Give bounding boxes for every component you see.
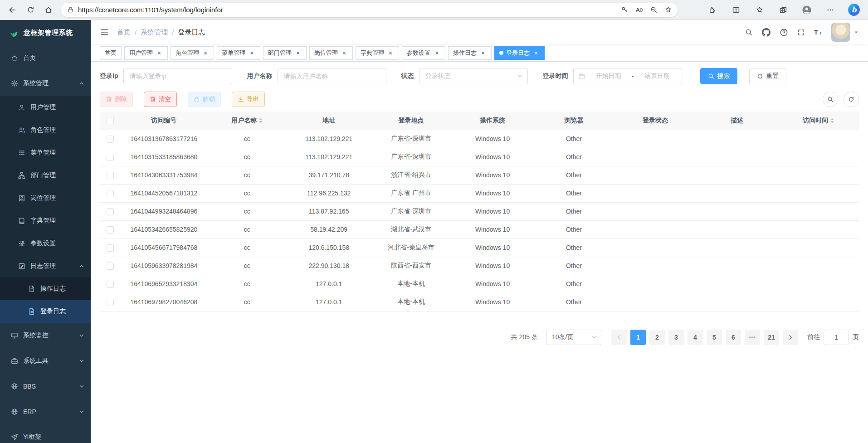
page-size-select[interactable]: 10条/页 (546, 330, 601, 345)
search-icon[interactable] (744, 27, 754, 37)
help-icon[interactable] (779, 27, 789, 38)
page-button-6[interactable]: 6 (726, 330, 741, 345)
delete-button[interactable]: 删除 (100, 92, 133, 107)
split-screen-icon[interactable] (730, 4, 742, 16)
login-time-range-picker[interactable]: 开始日期 - 结束日期 (573, 68, 682, 84)
tab-role-management[interactable]: 角色管理× (171, 46, 214, 60)
sidebar-item-yi-framework[interactable]: Yi框架 (0, 424, 91, 443)
sidebar-item-dept-management[interactable]: 部门管理 (0, 164, 91, 187)
select-all-checkbox[interactable] (107, 117, 114, 124)
tab-post-management[interactable]: 岗位管理× (309, 46, 353, 60)
breadcrumb-item[interactable]: 系统管理 (141, 28, 168, 37)
unlock-button[interactable]: 解锁 (188, 92, 221, 107)
favorites-add-icon[interactable] (661, 3, 675, 17)
page-button-5[interactable]: 5 (707, 330, 722, 345)
page-button-4[interactable]: 4 (688, 330, 703, 345)
sort-caret-icon[interactable] (830, 118, 834, 123)
app-logo[interactable]: 意框架管理系统 (0, 20, 91, 45)
sidebar-item-system-monitor[interactable]: 系统监控 (0, 323, 91, 348)
row-checkbox[interactable] (107, 281, 114, 288)
sidebar-item-dict-management[interactable]: 字典管理 (0, 209, 91, 232)
hamburger-icon[interactable] (100, 28, 109, 37)
bing-chat-icon[interactable]: b (848, 4, 860, 16)
sidebar-item-bbs[interactable]: BBS (0, 374, 91, 399)
sidebar-item-post-management[interactable]: 岗位管理 (0, 187, 91, 209)
row-checkbox[interactable] (107, 172, 114, 179)
more-icon[interactable] (824, 4, 836, 16)
column-header-time[interactable]: 访问时间 (778, 112, 859, 130)
tab-login-log[interactable]: 登录日志× (494, 46, 545, 60)
tab-close-icon[interactable]: × (248, 49, 255, 57)
tab-close-icon[interactable]: × (156, 49, 163, 57)
fullscreen-icon[interactable] (796, 28, 806, 37)
page-button-3[interactable]: 3 (668, 330, 684, 345)
tab-dict-management[interactable]: 字典管理× (356, 46, 399, 60)
zoom-icon[interactable] (647, 3, 660, 17)
sidebar-item-role-management[interactable]: 角色管理 (0, 119, 91, 141)
user-name-input[interactable] (278, 68, 386, 84)
tab-operation-log[interactable]: 操作日志× (448, 46, 492, 60)
sidebar-item-operation-log[interactable]: 操作日志 (0, 277, 91, 300)
pager-more-button[interactable]: ••• (745, 330, 760, 345)
row-checkbox[interactable] (107, 299, 114, 306)
sidebar-item-login-log[interactable]: 登录日志 (0, 300, 91, 323)
font-size-icon[interactable]: TT (813, 27, 824, 37)
tab-close-icon[interactable]: × (294, 49, 302, 57)
row-checkbox[interactable] (107, 263, 114, 270)
tab-close-icon[interactable]: × (387, 49, 394, 57)
home-icon[interactable] (41, 2, 56, 18)
login-ip-input[interactable] (123, 68, 232, 84)
row-checkbox[interactable] (107, 190, 114, 197)
column-header-user[interactable]: 用户名称 (207, 112, 287, 130)
favorites-icon[interactable] (754, 4, 766, 16)
sidebar-item-user-management[interactable]: 用户管理 (0, 96, 91, 119)
prev-page-button[interactable] (611, 330, 627, 345)
export-button[interactable]: 导出 (232, 92, 265, 107)
read-aloud-icon[interactable] (632, 3, 646, 17)
tab-close-icon[interactable]: × (202, 49, 209, 57)
sidebar-item-home[interactable]: 首页 (0, 45, 91, 71)
goto-page-input[interactable] (824, 330, 849, 345)
next-page-button[interactable] (783, 330, 798, 345)
row-checkbox[interactable] (107, 226, 114, 234)
row-checkbox[interactable] (107, 154, 114, 161)
tab-close-icon[interactable]: × (479, 49, 487, 57)
page-button-21[interactable]: 21 (764, 330, 779, 345)
user-avatar[interactable] (831, 23, 859, 42)
row-checkbox[interactable] (107, 136, 114, 143)
tab-dept-management[interactable]: 部门管理× (263, 46, 307, 60)
search-button[interactable]: 搜索 (700, 68, 737, 84)
sidebar-item-system-tools[interactable]: 系统工具 (0, 348, 91, 374)
breadcrumb-item[interactable]: 首页 (117, 28, 131, 37)
collections-icon[interactable] (777, 4, 789, 16)
tab-menu-management[interactable]: 菜单管理× (217, 46, 260, 60)
page-button-2[interactable]: 2 (649, 330, 665, 345)
tab-close-icon[interactable]: × (433, 49, 440, 57)
row-checkbox[interactable] (107, 244, 114, 252)
tab-close-icon[interactable]: × (532, 49, 540, 57)
sidebar-item-erp[interactable]: ERP (0, 399, 91, 424)
toggle-search-button[interactable] (823, 92, 838, 107)
tab-user-management[interactable]: 用户管理× (124, 46, 168, 60)
tab-param-settings[interactable]: 参数设置× (402, 46, 445, 60)
refresh-icon[interactable] (23, 2, 38, 18)
github-icon[interactable] (761, 27, 771, 38)
status-select[interactable]: 登录状态 (419, 68, 528, 84)
page-button-1[interactable]: 1 (630, 330, 646, 345)
sidebar-item-system-management[interactable]: 系统管理 (0, 71, 91, 96)
sidebar-item-param-settings[interactable]: 参数设置 (0, 232, 91, 255)
sort-caret-icon[interactable] (259, 118, 263, 123)
clear-button[interactable]: 清空 (144, 92, 177, 107)
sidebar-item-menu-management[interactable]: 菜单管理 (0, 141, 91, 164)
sidebar-item-log-management[interactable]: 日志管理 (0, 255, 91, 277)
reset-button[interactable]: 重置 (749, 68, 786, 84)
password-key-icon[interactable] (618, 3, 631, 17)
tab-close-icon[interactable]: × (341, 49, 348, 57)
tab-home[interactable]: 首页 (100, 46, 122, 60)
back-icon[interactable] (5, 2, 20, 18)
address-bar[interactable]: https://ccnetcore.com:1101/system/log/lo… (61, 3, 678, 17)
extensions-icon[interactable] (707, 4, 718, 16)
refresh-table-button[interactable] (844, 92, 859, 107)
profile-icon[interactable] (801, 4, 813, 16)
row-checkbox[interactable] (107, 208, 114, 215)
